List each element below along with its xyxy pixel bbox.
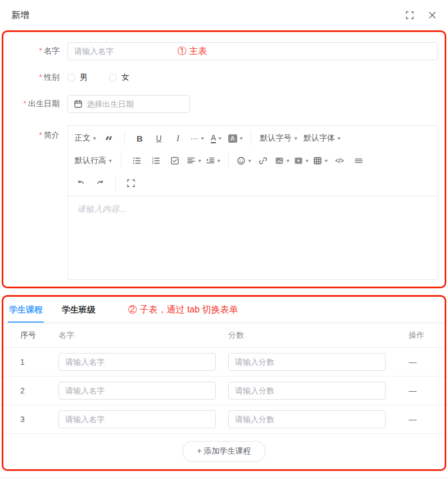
paragraph-style-dropdown[interactable]: 正文▾	[74, 131, 97, 146]
editor-fullscreen-icon[interactable]	[124, 176, 138, 191]
main-form-annotation-box: *名字 ① 主表 *性别 男 女 *出生日期	[2, 30, 446, 288]
align-dropdown[interactable]: ▾	[187, 153, 201, 168]
emoji-dropdown[interactable]: ▾	[237, 153, 251, 168]
fullscreen-icon[interactable]	[405, 11, 414, 20]
editor-content-area[interactable]: 请输入内容...	[68, 196, 437, 279]
row-score-input[interactable]	[228, 353, 386, 371]
birthdate-input[interactable]	[87, 99, 184, 108]
table-row: 3 —	[3, 405, 445, 434]
dialog-title: 新增	[11, 10, 29, 21]
radio-circle-icon	[109, 74, 117, 81]
row-index: 1	[3, 357, 58, 366]
col-header-action: 操作	[401, 330, 445, 341]
blockquote-icon[interactable]: “	[102, 131, 116, 146]
row-name-input[interactable]	[58, 353, 216, 371]
rich-text-editor: 正文▾ “ B U I ···▾ A▾ A▾ 默认字号▾ 默认字体▾	[67, 125, 438, 280]
video-dropdown[interactable]: ▾	[294, 153, 309, 168]
birthdate-picker[interactable]	[67, 95, 190, 113]
editor-toolbar: 正文▾ “ B U I ···▾ A▾ A▾ 默认字号▾ 默认字体▾	[68, 126, 437, 196]
table-row: 2 —	[3, 377, 445, 405]
code-icon[interactable]: </>	[332, 153, 347, 168]
dialog-footer: 确 定 取 消	[0, 478, 448, 485]
name-field-row: *名字 ① 主表	[8, 42, 438, 60]
more-styles-dropdown[interactable]: ···▾	[190, 131, 205, 146]
add-student-course-button[interactable]: + 添加学生课程	[183, 441, 265, 461]
close-icon[interactable]	[428, 11, 437, 20]
font-color-dropdown[interactable]: A▾	[209, 131, 224, 146]
row-action-dash: —	[401, 415, 445, 424]
radio-circle-icon	[67, 74, 75, 81]
table-dropdown[interactable]: ▾	[313, 153, 328, 168]
link-icon[interactable]	[256, 153, 270, 168]
indent-dropdown[interactable]: ▾	[206, 153, 220, 168]
calendar-icon	[74, 99, 83, 108]
divider-icon[interactable]	[351, 153, 366, 168]
underline-icon[interactable]: U	[152, 131, 166, 146]
birthdate-field-row: *出生日期	[8, 95, 438, 113]
name-input[interactable]	[67, 42, 438, 60]
gender-field-row: *性别 男 女	[8, 72, 438, 83]
sub-form-annotation: ② 子表，通过 tab 切换表单	[128, 304, 238, 323]
row-name-input[interactable]	[58, 410, 216, 428]
required-marker: *	[39, 46, 42, 55]
svg-text:3: 3	[152, 162, 153, 165]
col-header-score: 分数	[228, 330, 401, 341]
background-color-dropdown[interactable]: A▾	[228, 131, 243, 146]
todo-list-icon[interactable]	[168, 153, 182, 168]
redo-icon[interactable]	[93, 176, 107, 191]
gender-radio-male[interactable]: 男	[67, 72, 88, 83]
row-score-input[interactable]	[228, 410, 386, 428]
font-size-dropdown[interactable]: 默认字号▾	[259, 131, 298, 146]
dialog-header: 新增	[0, 0, 448, 30]
gender-label: *性别	[8, 72, 60, 83]
gender-radio-female[interactable]: 女	[109, 72, 129, 83]
ordered-list-icon[interactable]: 123	[148, 153, 163, 168]
intro-label: *简介	[8, 125, 60, 140]
row-name-input[interactable]	[58, 382, 216, 400]
sub-form-annotation-box: 学生课程 学生班级 ② 子表，通过 tab 切换表单 序号 名字 分数 操作 1…	[2, 295, 446, 471]
gender-male-label: 男	[80, 72, 88, 83]
row-action-dash: —	[401, 386, 445, 395]
bullet-list-icon[interactable]	[129, 153, 144, 168]
row-index: 3	[3, 415, 58, 424]
tab-student-class[interactable]: 学生班级	[61, 302, 97, 323]
table-header-row: 序号 名字 分数 操作	[3, 323, 445, 348]
birthdate-label: *出生日期	[8, 99, 60, 109]
line-height-dropdown[interactable]: 默认行高▾	[74, 153, 113, 168]
row-action-dash: —	[401, 357, 445, 366]
intro-field-row: *简介 正文▾ “ B U I ···▾ A▾ A▾ 默认字号▾	[8, 125, 438, 280]
font-family-dropdown[interactable]: 默认字体▾	[302, 131, 342, 146]
row-index: 2	[3, 386, 58, 395]
gender-female-label: 女	[121, 72, 129, 83]
undo-icon[interactable]	[74, 176, 88, 191]
col-header-name: 名字	[58, 330, 228, 341]
row-score-input[interactable]	[228, 382, 386, 400]
italic-icon[interactable]: I	[171, 131, 185, 146]
add-dialog: 新增 *名字 ① 主表 *性别 男 女	[0, 0, 448, 485]
table-row: 1 —	[3, 348, 445, 377]
name-label: *名字	[8, 46, 60, 56]
col-header-index: 序号	[3, 330, 58, 341]
image-dropdown[interactable]: ▾	[275, 153, 289, 168]
sub-form-tabs: 学生课程 学生班级 ② 子表，通过 tab 切换表单	[3, 297, 445, 323]
tab-student-course[interactable]: 学生课程	[8, 302, 44, 323]
bold-icon[interactable]: B	[133, 131, 147, 146]
